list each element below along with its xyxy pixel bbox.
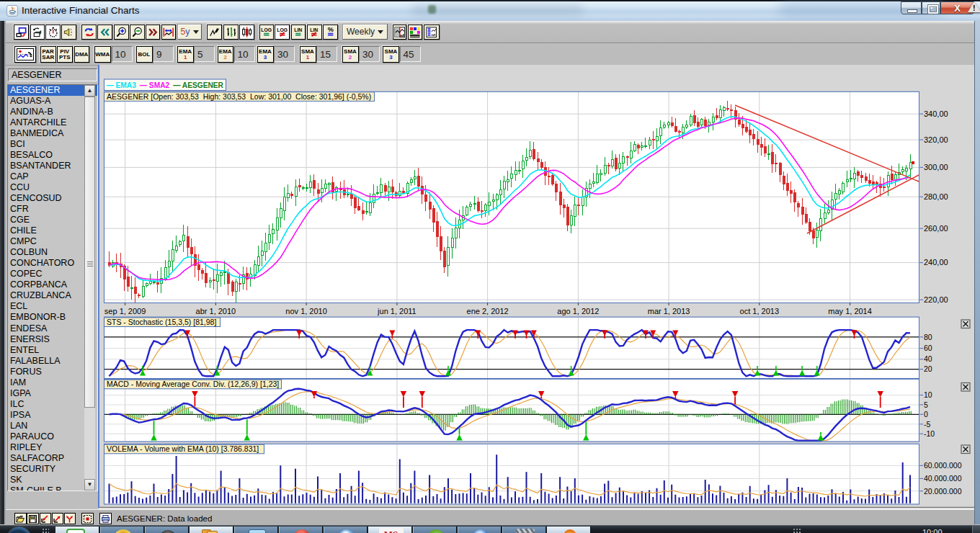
svg-text:%: % bbox=[327, 27, 333, 33]
svg-text:oct 1, 2013: oct 1, 2013 bbox=[740, 307, 779, 315]
svg-text:80: 80 bbox=[924, 333, 932, 341]
svg-text:280,00: 280,00 bbox=[924, 192, 948, 201]
svg-text:320,00: 320,00 bbox=[924, 135, 948, 144]
svg-text:-10: -10 bbox=[924, 429, 935, 438]
svg-text:340,00: 340,00 bbox=[924, 109, 948, 118]
svg-text:40.000.000: 40.000.000 bbox=[924, 474, 962, 483]
svg-text:10: 10 bbox=[924, 390, 932, 399]
svg-text:ene 2, 2012: ene 2, 2012 bbox=[467, 307, 509, 315]
svg-text:220,00: 220,00 bbox=[924, 295, 948, 304]
svg-text:LIN: LIN bbox=[311, 27, 318, 32]
svg-text:20: 20 bbox=[924, 364, 932, 373]
svg-text:abr 1, 2010: abr 1, 2010 bbox=[196, 307, 236, 315]
svg-text:may 1, 2014: may 1, 2014 bbox=[828, 307, 872, 315]
svg-text:20.000.000: 20.000.000 bbox=[924, 487, 962, 496]
svg-text:ago 1, 2012: ago 1, 2012 bbox=[557, 307, 599, 315]
svg-text:LIN: LIN bbox=[294, 27, 302, 32]
svg-text:VOLEMA - Volume with EMA (10): VOLEMA - Volume with EMA (10) [3.786.831… bbox=[107, 444, 259, 453]
svg-text:0: 0 bbox=[924, 410, 928, 418]
svg-text:-5: -5 bbox=[924, 420, 930, 429]
svg-text:LOG: LOG bbox=[277, 27, 288, 32]
svg-text:300,00: 300,00 bbox=[924, 163, 948, 171]
svg-text:240,00: 240,00 bbox=[924, 258, 948, 266]
svg-text:5: 5 bbox=[924, 400, 928, 409]
svg-text:260,00: 260,00 bbox=[924, 224, 948, 233]
svg-text:60: 60 bbox=[924, 344, 932, 352]
svg-text:mar 1, 2013: mar 1, 2013 bbox=[648, 307, 690, 315]
svg-text:60.000.000: 60.000.000 bbox=[924, 461, 962, 470]
svg-text:nov 1, 2010: nov 1, 2010 bbox=[285, 307, 327, 315]
svg-text:— EMA3— SMA2— AESGENER: — EMA3— SMA2— AESGENER bbox=[107, 81, 224, 89]
svg-text:jun 1, 2011: jun 1, 2011 bbox=[377, 307, 416, 315]
svg-text:STS - Stochastic (15,3,5) [81,: STS - Stochastic (15,3,5) [81,98] bbox=[107, 318, 216, 326]
svg-text:AESGENER [Open: 303,53 High:: AESGENER [Open: 303,53 High: 303,53 Low:… bbox=[107, 92, 371, 101]
svg-text:MACD - Moving Average Conv. Di: MACD - Moving Average Conv. Div. (12,26,… bbox=[107, 380, 279, 388]
svg-text:LOG: LOG bbox=[261, 27, 272, 32]
svg-text:sep 1, 2009: sep 1, 2009 bbox=[104, 307, 146, 315]
svg-text:40: 40 bbox=[924, 354, 932, 363]
